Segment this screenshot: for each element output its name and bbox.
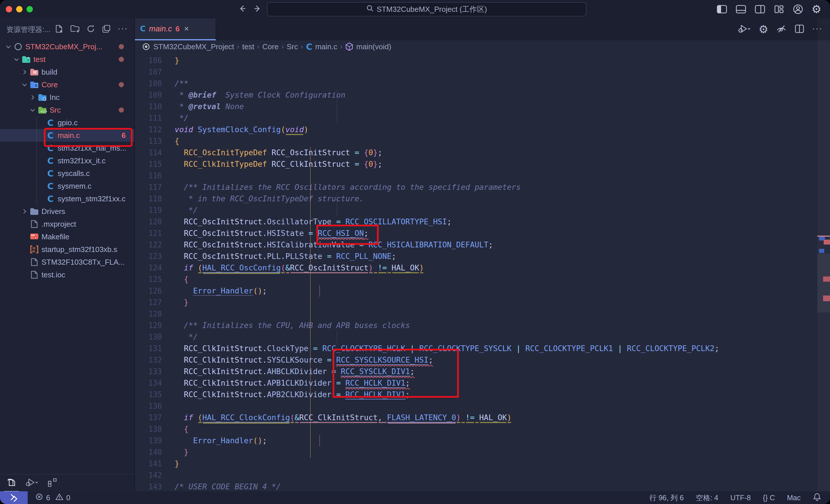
status-item[interactable]: {} C bbox=[763, 494, 775, 502]
collapse-all-icon[interactable] bbox=[102, 25, 111, 34]
code-line-121: 121 RCC_OscInitStruct.HSIState = RCC_HSI… bbox=[135, 228, 830, 239]
tree-item-stm32f103c8tx-fla-[interactable]: STM32F103C8Tx_FLA... bbox=[0, 256, 134, 268]
tree-item-gpio-c[interactable]: C gpio.c bbox=[0, 116, 134, 129]
chevron-down-icon[interactable] bbox=[28, 107, 37, 113]
toggle-panel-icon[interactable] bbox=[735, 4, 746, 14]
status-item[interactable]: Mac bbox=[787, 494, 801, 502]
code-line-133: 133 RCC_ClkInitStruct.AHBCLKDivider = RC… bbox=[135, 366, 830, 377]
code-line-142: 142 bbox=[135, 469, 830, 481]
makefile-icon bbox=[29, 233, 39, 241]
editor-action-settings-icon[interactable]: ⚙ bbox=[759, 25, 768, 34]
status-item[interactable]: 行 96, 列 6 bbox=[649, 493, 684, 503]
breadcrumb-item[interactable]: test bbox=[242, 42, 254, 51]
ruler-mark bbox=[819, 249, 824, 253]
tree-item-src[interactable]: </> Src bbox=[0, 104, 134, 116]
tree-item--mxproject[interactable]: .mxproject bbox=[0, 218, 134, 230]
chevron-down-icon[interactable] bbox=[20, 81, 29, 88]
tree-item-syscalls-c[interactable]: C syscalls.c bbox=[0, 167, 134, 180]
line-number: 133 bbox=[135, 366, 174, 377]
editor-action-run-debug-icon[interactable] bbox=[738, 24, 751, 35]
tree-item-core[interactable]: Core bbox=[0, 78, 134, 91]
activity-extensions-icon[interactable] bbox=[46, 476, 59, 490]
refresh-icon[interactable] bbox=[87, 25, 95, 34]
line-number: 111 bbox=[135, 112, 174, 124]
tab-main-c[interactable]: C main.c 6 × bbox=[135, 19, 216, 40]
activity-run-debug-icon[interactable] bbox=[24, 476, 40, 490]
minimize-window-button[interactable] bbox=[16, 6, 23, 12]
activity-explorer-icon[interactable] bbox=[5, 476, 18, 490]
tab-label: main.c bbox=[149, 25, 172, 33]
line-number: 106 bbox=[135, 55, 174, 66]
back-icon[interactable] bbox=[237, 4, 247, 15]
file-plain-icon bbox=[29, 270, 39, 279]
chevron-right-icon[interactable] bbox=[20, 208, 29, 215]
chevron-down-icon[interactable] bbox=[11, 56, 21, 63]
editor-group: C main.c 6 × ⚙··· STM32CubeMX_Project›te… bbox=[135, 19, 830, 491]
breadcrumb-item[interactable]: main(void) bbox=[356, 42, 391, 51]
code-line-107: 107 bbox=[135, 66, 830, 78]
line-number: 121 bbox=[135, 228, 174, 239]
tab-close-icon[interactable]: × bbox=[184, 24, 189, 33]
tree-item-test-ioc[interactable]: test.ioc bbox=[0, 268, 134, 281]
tree-item-stm32cubemx-proj-[interactable]: STM32CubeMX_Proj... bbox=[0, 40, 134, 53]
new-folder-icon[interactable] bbox=[70, 25, 79, 34]
forward-icon[interactable] bbox=[252, 4, 262, 15]
tree-item-test[interactable]: test bbox=[0, 53, 134, 66]
toggle-sidebar-icon[interactable] bbox=[716, 4, 727, 14]
status-item[interactable]: UTF-8 bbox=[730, 494, 751, 502]
breadcrumb-separator: › bbox=[237, 43, 239, 51]
circle-dot-icon bbox=[142, 42, 151, 51]
code-line-116: 116 bbox=[135, 170, 830, 181]
breadcrumb-item[interactable]: Core bbox=[262, 42, 278, 51]
code-line-119: 119 */ bbox=[135, 204, 830, 216]
annotation-box-tree-main-c bbox=[44, 128, 133, 147]
tree-item-system-stm32f1xx-c[interactable]: C system_stm32f1xx.c bbox=[0, 192, 134, 205]
c-file-icon: C bbox=[45, 118, 55, 128]
tree-item-drivers[interactable]: Drivers bbox=[0, 205, 134, 218]
problems-status[interactable]: 6 0 bbox=[35, 493, 70, 503]
chevron-down-icon[interactable] bbox=[3, 43, 13, 50]
line-number: 131 bbox=[135, 343, 174, 354]
account-icon[interactable] bbox=[793, 4, 803, 15]
tree-item-startup-stm32f103xb-s[interactable]: 1001 startup_stm32f103xb.s bbox=[0, 243, 134, 256]
scrollbar-thumb[interactable] bbox=[817, 254, 830, 312]
workspace-icon bbox=[13, 42, 23, 51]
line-number: 129 bbox=[135, 320, 174, 331]
code-line-122: 122 RCC_OscInitStruct.HSICalibrationValu… bbox=[135, 239, 830, 250]
close-window-button[interactable] bbox=[6, 6, 12, 12]
code-line-136: 136 bbox=[135, 400, 830, 412]
breadcrumb-item[interactable]: STM32CubeMX_Project bbox=[153, 42, 234, 51]
explorer-title: 资源管理器:... bbox=[6, 25, 51, 34]
tree-item-makefile[interactable]: Makefile bbox=[0, 230, 134, 243]
new-file-icon[interactable] bbox=[55, 25, 63, 34]
bell-icon[interactable] bbox=[813, 493, 821, 503]
ruler-mark bbox=[823, 296, 830, 301]
line-number: 109 bbox=[135, 89, 174, 101]
code-line-140: 140 } bbox=[135, 446, 830, 458]
settings-icon[interactable]: ⚙ bbox=[811, 4, 821, 14]
more-icon[interactable]: ··· bbox=[118, 27, 128, 32]
tree-item-build[interactable]: build bbox=[0, 66, 134, 78]
customize-layout-icon[interactable] bbox=[773, 4, 785, 14]
breadcrumb-item[interactable]: Src bbox=[287, 42, 298, 51]
command-center-search[interactable]: STM32CubeMX_Project (工作区) bbox=[267, 2, 586, 16]
chevron-right-icon[interactable] bbox=[28, 94, 37, 101]
tree-item-sysmem-c[interactable]: C sysmem.c bbox=[0, 180, 134, 192]
code-editor[interactable]: 106} 107 108/** 109 * @brief System Cloc… bbox=[135, 53, 830, 491]
maximize-window-button[interactable] bbox=[27, 6, 33, 12]
c-file-icon: C bbox=[140, 25, 146, 33]
tree-item-stm32f1xx-it-c[interactable]: C stm32f1xx_it.c bbox=[0, 155, 134, 167]
toggle-secondary-sidebar-icon[interactable] bbox=[755, 4, 765, 14]
editor-action-split-editor-icon[interactable] bbox=[794, 24, 805, 35]
editor-action-hide-inlay-icon[interactable] bbox=[776, 24, 787, 35]
chevron-right-icon[interactable] bbox=[20, 69, 29, 75]
status-item[interactable]: 空格: 4 bbox=[696, 493, 718, 503]
line-number: 130 bbox=[135, 331, 174, 343]
remote-indicator[interactable] bbox=[0, 491, 28, 504]
folder-build-icon bbox=[29, 68, 39, 76]
breadcrumb-item[interactable]: main.c bbox=[315, 42, 338, 51]
tree-item-inc[interactable]: Inc bbox=[0, 91, 134, 104]
code-line-109: 109 * @brief System Clock Configuration bbox=[135, 89, 830, 101]
line-number: 122 bbox=[135, 239, 174, 250]
overview-ruler[interactable] bbox=[817, 19, 830, 491]
